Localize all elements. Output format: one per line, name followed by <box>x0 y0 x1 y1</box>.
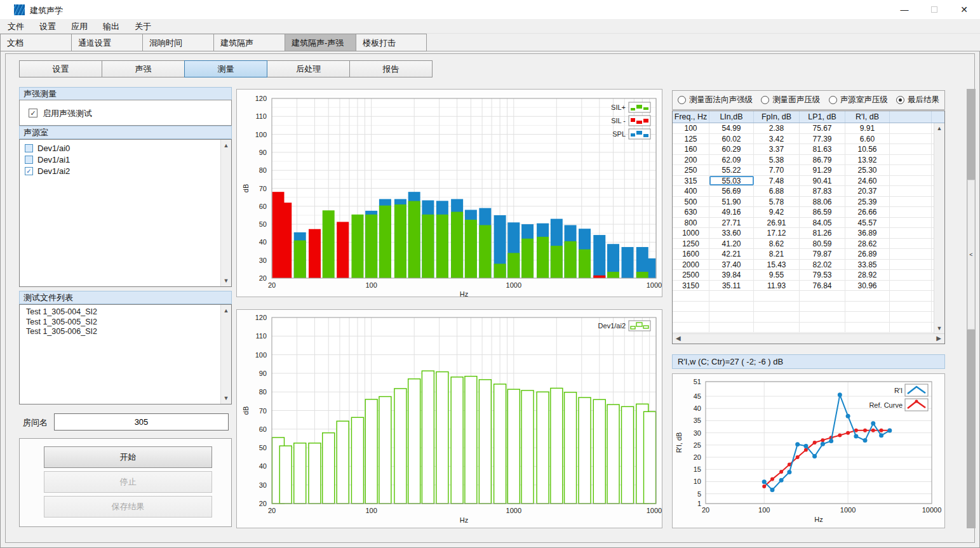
table-cell[interactable]: 6.88 <box>754 186 800 196</box>
table-cell[interactable]: 37.40 <box>709 260 754 270</box>
table-cell[interactable]: 1250 <box>673 239 709 249</box>
menu-item-2[interactable]: 应用 <box>64 19 95 34</box>
table-cell[interactable] <box>890 165 932 175</box>
table-cell[interactable]: 41.20 <box>709 239 754 249</box>
table-vertical-scrollbar[interactable]: ▲ ▼ <box>934 123 944 333</box>
table-cell[interactable]: 25.30 <box>845 165 890 175</box>
table-cell[interactable]: 28.92 <box>845 270 890 280</box>
table-cell[interactable]: 84.05 <box>800 218 845 228</box>
table-cell[interactable]: 8.21 <box>754 249 800 259</box>
table-cell[interactable]: 88.06 <box>800 197 845 207</box>
table-cell[interactable] <box>845 302 890 312</box>
room-name-input[interactable] <box>54 413 229 431</box>
subtab-4[interactable]: 报告 <box>349 60 433 77</box>
table-cell[interactable]: 20.37 <box>845 186 890 196</box>
table-cell[interactable]: 800 <box>673 218 709 228</box>
table-cell[interactable]: 25.39 <box>845 197 890 207</box>
menu-item-4[interactable]: 关于 <box>127 19 159 34</box>
table-cell[interactable]: 1600 <box>673 249 709 259</box>
test-file-item[interactable]: Test 1_305-005_SI2 <box>20 317 220 328</box>
test-file-item[interactable]: Test 1_305-006_SI2 <box>20 327 220 337</box>
table-cell[interactable]: 2.38 <box>754 123 800 133</box>
close-button[interactable]: ✕ <box>950 0 979 19</box>
stop-button[interactable]: 停止 <box>44 471 212 493</box>
table-horizontal-scrollbar[interactable]: ◀ ▶ <box>673 333 944 344</box>
table-cell[interactable]: 500 <box>673 197 709 207</box>
test-file-item[interactable]: Test 1_305-004_SI2 <box>20 307 220 317</box>
subtab-3[interactable]: 后处理 <box>267 60 350 77</box>
table-cell[interactable] <box>890 228 932 238</box>
table-cell[interactable]: 9.91 <box>845 123 890 133</box>
enable-intensity-checkbox[interactable]: ✓ <box>29 109 37 117</box>
table-cell[interactable]: 250 <box>673 165 709 175</box>
table-cell[interactable]: 87.83 <box>800 186 845 196</box>
table-cell[interactable]: 55.22 <box>709 165 754 175</box>
table-cell[interactable]: 7.48 <box>754 176 800 186</box>
table-cell[interactable]: 630 <box>673 207 709 217</box>
table-cell[interactable] <box>890 207 932 217</box>
table-cell[interactable]: 91.29 <box>800 165 845 175</box>
file-list-scrollbar[interactable]: ▲ ▼ <box>220 305 231 404</box>
subtab-1[interactable]: 声强 <box>102 60 185 77</box>
source-channel-item[interactable]: ✓Dev1/ai2 <box>20 165 220 177</box>
table-cell[interactable]: 80.59 <box>800 239 845 249</box>
source-channel-item[interactable]: Dev1/ai0 <box>20 142 220 154</box>
radio-circle-icon[interactable] <box>761 96 769 104</box>
channel-checkbox[interactable] <box>25 144 33 152</box>
table-cell[interactable]: 3150 <box>673 281 709 291</box>
table-cell[interactable] <box>890 291 932 301</box>
table-cell[interactable] <box>800 323 845 333</box>
scroll-up-icon[interactable]: ▲ <box>221 142 231 149</box>
table-cell[interactable] <box>673 312 709 322</box>
table-cell[interactable]: 56.69 <box>709 186 754 196</box>
table-cell[interactable] <box>890 218 932 228</box>
table-cell[interactable]: 86.79 <box>800 155 845 165</box>
table-cell[interactable] <box>890 270 932 280</box>
table-cell[interactable] <box>890 144 932 154</box>
table-cell[interactable]: 17.12 <box>754 228 800 238</box>
table-cell[interactable]: 55.03 <box>709 176 754 186</box>
table-cell[interactable]: 160 <box>673 144 709 154</box>
table-cell[interactable]: 24.60 <box>845 176 890 186</box>
table-cell[interactable]: 76.84 <box>800 281 845 291</box>
table-cell[interactable]: 39.84 <box>709 270 754 280</box>
table-cell[interactable]: 7.70 <box>754 165 800 175</box>
table-cell[interactable]: 1000 <box>673 228 709 238</box>
table-cell[interactable] <box>890 123 932 133</box>
table-cell[interactable]: 13.92 <box>845 155 890 165</box>
table-cell[interactable] <box>673 291 709 301</box>
table-cell[interactable]: 30.96 <box>845 281 890 291</box>
tab-5[interactable]: 楼板打击 <box>356 34 427 51</box>
radio-0[interactable]: 测量面法向声强级 <box>678 95 753 105</box>
table-cell[interactable]: 10.56 <box>845 144 890 154</box>
radio-2[interactable]: 声源室声压级 <box>829 95 888 105</box>
table-cell[interactable] <box>890 249 932 259</box>
table-cell[interactable]: 49.16 <box>709 207 754 217</box>
maximize-button[interactable] <box>920 0 949 19</box>
table-cell[interactable]: 54.99 <box>709 123 754 133</box>
scroll-down-icon[interactable]: ▼ <box>221 277 231 284</box>
table-cell[interactable]: 125 <box>673 134 709 144</box>
subtab-2[interactable]: 测量 <box>184 60 267 77</box>
table-cell[interactable]: 27.71 <box>709 218 754 228</box>
table-cell[interactable]: 2500 <box>673 270 709 280</box>
table-cell[interactable] <box>890 323 932 333</box>
save-results-button[interactable]: 保存结果 <box>44 496 212 518</box>
radio-3[interactable]: 最后结果 <box>896 95 939 105</box>
table-cell[interactable]: 11.93 <box>754 281 800 291</box>
radio-1[interactable]: 测量面声压级 <box>761 95 820 105</box>
table-cell[interactable] <box>754 312 800 322</box>
tab-0[interactable]: 文档 <box>0 34 71 51</box>
scroll-left-icon[interactable]: ◀ <box>676 335 681 342</box>
table-cell[interactable] <box>709 312 754 322</box>
table-cell[interactable] <box>709 302 754 312</box>
table-cell[interactable] <box>890 134 932 144</box>
table-cell[interactable]: 79.87 <box>800 249 845 259</box>
table-cell[interactable]: 36.89 <box>845 228 890 238</box>
table-cell[interactable]: 100 <box>673 123 709 133</box>
table-cell[interactable] <box>800 302 845 312</box>
table-cell[interactable]: 8.62 <box>754 239 800 249</box>
table-cell[interactable] <box>673 323 709 333</box>
menu-item-0[interactable]: 文件 <box>0 19 32 34</box>
table-cell[interactable]: 26.66 <box>845 207 890 217</box>
